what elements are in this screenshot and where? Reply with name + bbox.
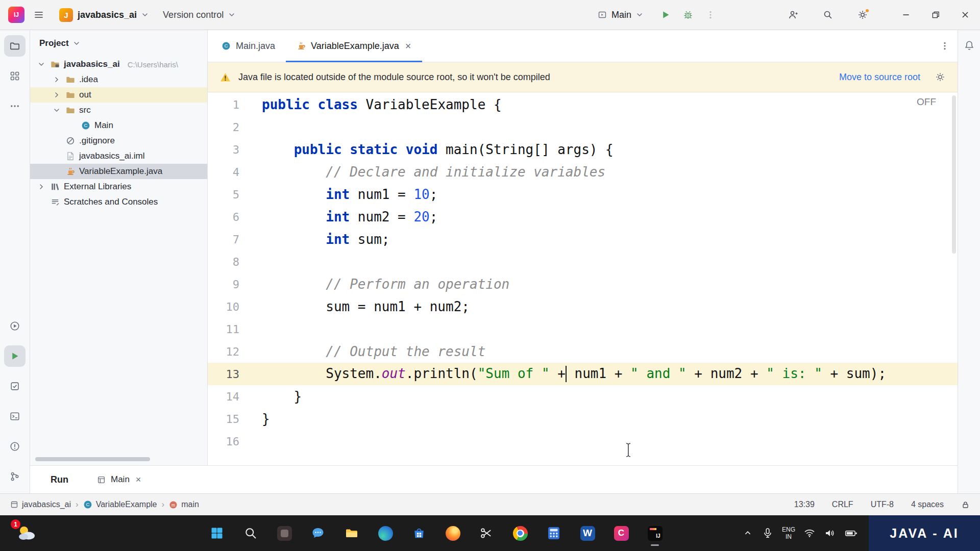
tab-variableexample-java[interactable]: VariableExample.java× [286,30,422,62]
statusbar-widgets: 13:39CRLFUTF-84 spaces [794,500,970,509]
debug-button[interactable] [677,4,699,26]
banner-settings-icon[interactable] [935,72,945,82]
status-widget-13-39[interactable]: 13:39 [794,500,815,509]
restore-button[interactable] [921,0,950,30]
line-number: 4 [208,166,239,179]
code-line[interactable]: 11 [208,318,958,340]
tree-item-label: .gitignore [79,136,115,146]
status-widget-4-spaces[interactable]: 4 spaces [911,500,944,509]
tree-item-javabasics-ai[interactable]: javabasics_aiC:\Users\haris\ [30,57,207,72]
battery-icon[interactable] [844,527,857,540]
close-tab-icon[interactable]: × [405,41,411,51]
app-logo-button[interactable]: IJ [5,4,28,26]
firefox-taskbar-button[interactable] [440,519,465,547]
code-line[interactable]: 6 int num2 = 20; [208,206,958,228]
search-taskbar-button[interactable] [238,519,263,547]
more-tool-button[interactable] [4,95,26,117]
editor-scrollbar[interactable] [952,95,956,254]
horizontal-scrollbar[interactable] [35,457,150,461]
close-button[interactable] [950,0,980,30]
chevron-down-icon[interactable] [36,61,46,68]
todo-tool-button[interactable] [4,375,26,397]
project-selector[interactable]: J javabasics_ai [54,5,154,25]
project-tool-button[interactable] [4,35,26,57]
tree-item-external-libraries[interactable]: External Libraries [30,179,207,194]
hidden-icons-icon[interactable] [742,528,753,539]
chat-taskbar-button[interactable] [306,519,330,547]
code-line[interactable]: 3 public static void main(String[] args)… [208,138,958,161]
language-indicator[interactable]: ENGIN [782,526,795,541]
main-menu-button[interactable] [28,4,50,26]
git-tool-button[interactable] [4,466,26,487]
status-widget-crlf[interactable]: CRLF [832,500,853,509]
minimize-button[interactable] [891,0,921,30]
breadcrumb-javabasics-ai[interactable]: javabasics_ai [10,500,71,509]
code-line[interactable]: 12 // Output the result [208,340,958,363]
user-add-button[interactable] [782,4,804,26]
run-tab-main[interactable]: Main× [97,474,141,485]
tree-item-gitignore[interactable]: .gitignore [30,133,207,148]
run-configuration-selector[interactable]: Main [594,7,647,23]
code-line[interactable]: 7 int sum; [208,228,958,251]
code-line[interactable]: 5 int num1 = 10; [208,183,958,206]
store-taskbar-button[interactable] [407,519,431,547]
problems-tool-button[interactable] [4,436,26,457]
status-widget-utf-8[interactable]: UTF-8 [871,500,894,509]
breadcrumb-main[interactable]: mmain [169,500,199,509]
intellij-taskbar-button[interactable]: IJ [643,519,667,547]
code-line[interactable]: 16 [208,430,958,453]
structure-tool-button[interactable] [4,65,26,87]
run-button[interactable] [654,4,677,26]
edge-taskbar-button[interactable] [373,519,398,547]
project-panel-header[interactable]: Project [30,30,207,57]
tree-item-src[interactable]: src [30,103,207,118]
terminal-tool-button[interactable] [4,406,26,427]
breadcrumb-variableexample[interactable]: CVariableExample [83,500,157,509]
code-line[interactable]: 15} [208,408,958,430]
tab-main-java[interactable]: CMain.java [211,30,286,62]
close-tab-icon[interactable]: × [136,475,141,484]
widgets-button[interactable]: 1 [15,522,38,544]
tree-item-variableexample-java[interactable]: VariableExample.java [30,164,207,179]
notifications-tool-button[interactable] [960,36,978,55]
folder-icon [65,75,76,84]
microphone-icon[interactable] [762,527,774,539]
tree-item-out[interactable]: out [30,87,207,103]
right-tool-strip [958,30,980,493]
tree-item-idea[interactable]: .idea [30,72,207,87]
chevron-right-icon[interactable] [52,91,62,98]
start-taskbar-button[interactable] [205,519,229,547]
code-line[interactable]: 13 System.out.println("Sum of " + num1 +… [208,363,958,385]
code-line[interactable]: 14 } [208,385,958,408]
code-line[interactable]: 9 // Perform an operation [208,273,958,295]
volume-icon[interactable] [824,527,836,539]
move-to-source-root-link[interactable]: Move to source root [839,72,920,83]
code-line[interactable]: 2 [208,116,958,138]
run-tool-button[interactable] [4,315,26,337]
chevron-right-icon[interactable] [52,76,62,83]
tree-item-main[interactable]: CMain [30,118,207,133]
tree-item-javabasics-ai-iml[interactable]: javabasics_ai.iml [30,148,207,164]
wifi-icon[interactable] [803,527,816,539]
tab-options-icon[interactable] [940,41,949,51]
settings-button[interactable] [851,4,874,26]
code-line[interactable]: 10 sum = num1 + num2; [208,295,958,318]
code-editor[interactable]: OFF 1public class VariableExample {23 pu… [208,92,958,465]
snipping-tool-taskbar-button[interactable] [474,519,499,547]
code-line[interactable]: 1public class VariableExample { [208,93,958,116]
version-control-menu[interactable]: Version control [158,7,240,23]
search-button[interactable] [817,4,839,26]
word-taskbar-button[interactable]: W [575,519,600,547]
tree-item-scratches-and-consoles[interactable]: Scratches and Consoles [30,194,207,210]
explorer-taskbar-button[interactable] [339,519,364,547]
chevron-down-icon[interactable] [52,107,62,114]
code-line[interactable]: 4 // Declare and initialize variables [208,161,958,183]
clipchamp-taskbar-button[interactable]: C [609,519,633,547]
code-line[interactable]: 8 [208,251,958,273]
task-view-taskbar-button[interactable] [272,519,297,547]
chrome-taskbar-button[interactable] [508,519,532,547]
calculator-taskbar-button[interactable] [542,519,566,547]
more-actions-button[interactable] [699,4,722,26]
chevron-right-icon[interactable] [36,183,46,190]
play-tool-button[interactable] [4,345,26,367]
